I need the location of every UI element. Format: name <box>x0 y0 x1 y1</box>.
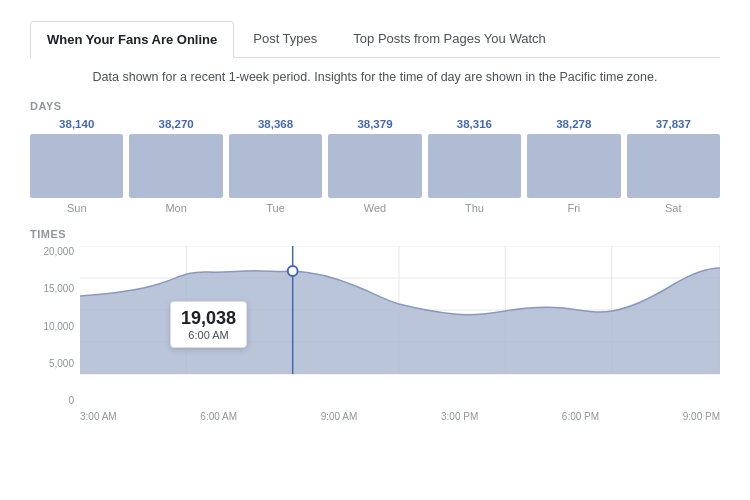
day-thu: 38,316 Thu <box>428 118 521 214</box>
day-fri: 38,278 Fri <box>527 118 620 214</box>
info-text: Data shown for a recent 1-week period. I… <box>30 70 720 84</box>
x-axis: 3:00 AM 6:00 AM 9:00 AM 3:00 PM 6:00 PM … <box>80 406 720 426</box>
day-bar-fri <box>527 134 620 198</box>
day-bar-tue <box>229 134 322 198</box>
day-bar-sun <box>30 134 123 198</box>
tooltip-value: 19,038 <box>181 308 236 329</box>
times-section: TIMES 20,000 15,000 10,000 5,000 0 <box>30 228 720 426</box>
days-grid: 38,140 Sun 38,270 Mon 38,368 Tue 38,379 … <box>30 118 720 214</box>
tab-when-online[interactable]: When Your Fans Are Online <box>30 21 234 58</box>
times-label: TIMES <box>30 228 720 240</box>
tooltip-label: 6:00 AM <box>181 329 236 341</box>
svg-point-12 <box>288 266 298 276</box>
day-wed: 38,379 Wed <box>328 118 421 214</box>
day-tue: 38,368 Tue <box>229 118 322 214</box>
days-label: DAYS <box>30 100 720 112</box>
chart-area[interactable]: 20,000 15,000 10,000 5,000 0 <box>30 246 720 426</box>
tooltip: 19,038 6:00 AM <box>170 301 247 348</box>
day-bar-mon <box>129 134 222 198</box>
tab-top-posts[interactable]: Top Posts from Pages You Watch <box>336 20 562 57</box>
tab-bar: When Your Fans Are Online Post Types Top… <box>30 20 720 58</box>
day-mon: 38,270 Mon <box>129 118 222 214</box>
day-bar-sat <box>627 134 720 198</box>
day-bar-wed <box>328 134 421 198</box>
day-bar-thu <box>428 134 521 198</box>
tab-post-types[interactable]: Post Types <box>236 20 334 57</box>
day-sun: 38,140 Sun <box>30 118 123 214</box>
y-axis: 20,000 15,000 10,000 5,000 0 <box>30 246 80 406</box>
day-sat: 37,837 Sat <box>627 118 720 214</box>
